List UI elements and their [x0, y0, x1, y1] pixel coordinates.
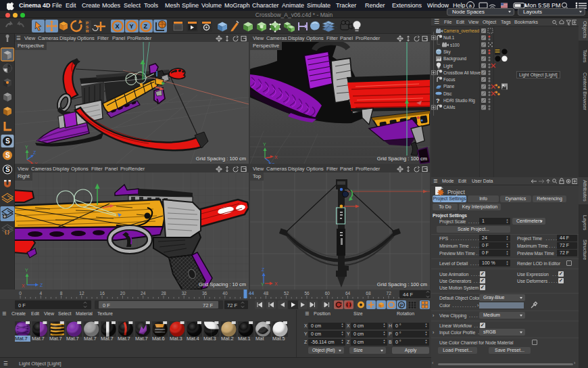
- svg-text:CAMs: CAMs: [443, 105, 455, 110]
- svg-text:Y: Y: [263, 142, 266, 147]
- svg-text:0 F: 0 F: [18, 302, 26, 308]
- svg-text:Z: Z: [262, 267, 265, 272]
- svg-text:Z: Z: [33, 150, 36, 155]
- svg-text:CrossBow All Move: CrossBow All Move: [443, 70, 481, 75]
- svg-text:R: R: [86, 29, 89, 33]
- svg-text:Z: Z: [272, 162, 275, 164]
- svg-text:S: S: [5, 152, 10, 159]
- svg-text:72: 72: [387, 291, 392, 296]
- svg-text:Background: Background: [443, 56, 467, 62]
- svg-text:Focus: Focus: [443, 77, 455, 82]
- svg-text:Light: Light: [443, 64, 453, 69]
- svg-text:?: ?: [436, 97, 440, 104]
- svg-text:16: 16: [100, 291, 105, 296]
- svg-text:Sky: Sky: [443, 49, 451, 55]
- svg-text:12: 12: [79, 291, 84, 296]
- svg-text:Camera_overhead: Camera_overhead: [443, 28, 479, 34]
- svg-text:s100: s100: [450, 43, 460, 47]
- svg-text:64: 64: [345, 291, 351, 296]
- svg-text:20: 20: [120, 291, 126, 296]
- svg-text:P: P: [400, 302, 403, 308]
- svg-text:8: 8: [60, 291, 63, 296]
- svg-text:X: X: [274, 281, 278, 286]
- svg-text:60: 60: [325, 291, 330, 296]
- svg-text:HDRI Studio Rig: HDRI Studio Rig: [443, 98, 475, 104]
- svg-text:32: 32: [182, 291, 187, 296]
- svg-text:S: S: [5, 166, 10, 173]
- svg-text:Y: Y: [261, 282, 264, 287]
- svg-text:4: 4: [39, 291, 42, 296]
- svg-text:X: X: [34, 162, 38, 164]
- svg-text:Y: Y: [130, 23, 134, 30]
- svg-text:( ): ( ): [5, 229, 9, 235]
- svg-text:0 F: 0 F: [103, 302, 110, 308]
- svg-text:68: 68: [366, 291, 371, 296]
- svg-text:X: X: [22, 283, 25, 288]
- svg-text:24: 24: [141, 291, 146, 296]
- svg-text:28: 28: [161, 291, 166, 296]
- svg-text:72 F: 72 F: [203, 302, 213, 308]
- svg-text:X: X: [274, 155, 278, 160]
- svg-text:Y: Y: [25, 268, 28, 273]
- svg-text:72 F: 72 F: [227, 302, 237, 308]
- svg-text:48: 48: [264, 291, 269, 296]
- svg-text:Y: Y: [25, 145, 28, 150]
- svg-text:56: 56: [304, 291, 310, 296]
- svg-text:36: 36: [202, 291, 207, 296]
- svg-text:44 F: 44 F: [403, 292, 413, 298]
- svg-text:44: 44: [249, 291, 254, 296]
- svg-text:Z: Z: [144, 23, 148, 30]
- svg-text:Plane: Plane: [443, 84, 455, 89]
- svg-text:S: S: [5, 137, 10, 145]
- svg-text:Z: Z: [40, 283, 43, 288]
- svg-text:52: 52: [284, 291, 289, 296]
- svg-text:X: X: [116, 23, 120, 30]
- svg-text:40: 40: [222, 291, 228, 296]
- svg-text:0: 0: [19, 291, 22, 296]
- svg-text:Disc: Disc: [443, 91, 452, 96]
- svg-text:Null.1: Null.1: [443, 35, 455, 40]
